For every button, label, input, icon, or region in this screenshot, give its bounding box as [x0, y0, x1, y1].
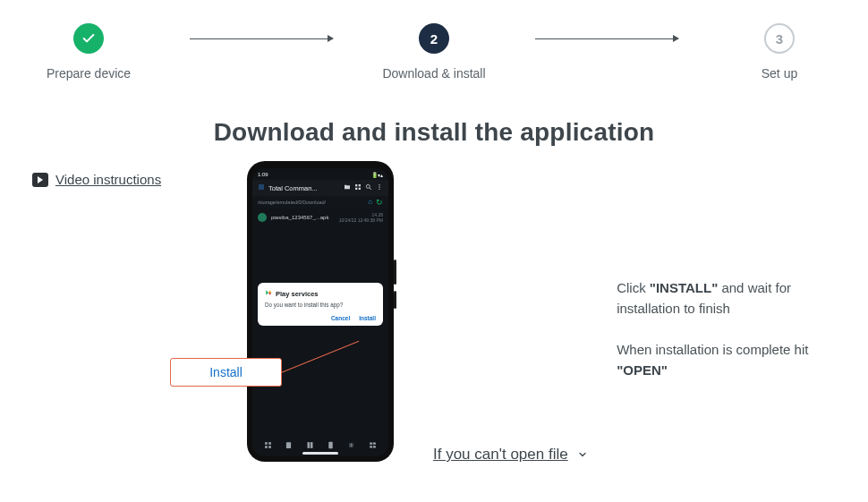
svg-rect-3	[355, 184, 357, 186]
chevron-down-icon	[577, 449, 588, 460]
file-name: ptestba_1234567_...apk	[271, 215, 328, 220]
phone-bottombar	[252, 441, 388, 449]
svg-rect-15	[268, 446, 271, 448]
grid-icon	[354, 183, 362, 192]
step-number: 3	[764, 23, 795, 54]
svg-rect-6	[359, 188, 361, 190]
current-path: /storage/emulated/0/Download/	[258, 200, 326, 205]
svg-rect-24	[373, 443, 376, 445]
search-icon	[365, 183, 372, 192]
instructions-text: Click "INSTALL" and wait for installatio…	[617, 277, 832, 380]
video-instructions-label: Video instructions	[55, 172, 161, 187]
step-label: Set up	[762, 66, 797, 81]
svg-point-7	[366, 184, 370, 188]
svg-rect-5	[355, 188, 357, 190]
play-services-icon	[265, 289, 272, 298]
svg-rect-16	[286, 442, 291, 448]
svg-rect-17	[307, 442, 310, 448]
cant-open-label: If you can't open file	[433, 446, 568, 464]
phone-status-icons: 🔋▾▴	[371, 172, 383, 178]
svg-rect-4	[359, 184, 361, 186]
more-icon	[376, 183, 383, 192]
arrow-icon	[535, 23, 678, 54]
svg-point-9	[379, 184, 379, 185]
page-title: Download and install the application	[0, 118, 868, 147]
cant-open-file-toggle[interactable]: If you can't open file	[433, 446, 588, 464]
phone-statusbar: 1:09 🔋▾▴	[252, 168, 388, 180]
step-set-up[interactable]: 3 Set up	[694, 23, 864, 81]
svg-rect-19	[328, 442, 333, 449]
play-icon	[32, 173, 48, 187]
dialog-title: Play services	[276, 290, 319, 298]
step-prepare-device[interactable]: Prepare device	[4, 23, 174, 81]
install-dialog: Play services Do you want to install thi…	[258, 283, 383, 326]
checkmark-icon	[73, 23, 104, 54]
phone-pathbar: /storage/emulated/0/Download/ ⌂ ↻	[252, 196, 388, 208]
svg-rect-13	[268, 442, 271, 445]
file-date: 10/24/22 12:49:38 PM	[339, 217, 383, 223]
app-title: Total Comman...	[268, 184, 318, 192]
svg-rect-14	[265, 446, 268, 448]
dialog-install-button: Install	[359, 315, 376, 321]
step-number: 2	[419, 23, 449, 54]
step-label: Download & install	[382, 66, 485, 81]
svg-rect-23	[370, 443, 372, 445]
phone-time: 1:09	[258, 172, 268, 178]
stepper: Prepare device 2 Download & install 3 Se…	[0, 0, 868, 81]
callout-label: Install	[209, 365, 243, 379]
dialog-cancel-button: Cancel	[331, 315, 350, 321]
hamburger-icon	[258, 183, 265, 192]
svg-point-10	[379, 186, 379, 187]
home-icon: ⌂	[368, 198, 372, 207]
folder-icon	[344, 183, 351, 192]
svg-line-8	[370, 188, 371, 190]
apk-icon	[258, 213, 267, 222]
phone-appbar: Total Comman...	[252, 180, 388, 196]
phone-mockup: 1:09 🔋▾▴ Total Comman... /storage/emulat…	[247, 161, 394, 462]
refresh-icon: ↻	[376, 198, 383, 207]
phone-file-row: ptestba_1234567_...apk 14.28 10/24/22 12…	[252, 208, 388, 226]
step-label: Prepare device	[47, 66, 131, 81]
svg-rect-26	[373, 446, 376, 447]
step-download-install[interactable]: 2 Download & install	[349, 23, 519, 81]
nav-pill	[302, 452, 338, 455]
svg-rect-12	[265, 442, 268, 445]
svg-rect-18	[311, 442, 313, 448]
dialog-body: Do you want to install this app?	[265, 302, 376, 308]
svg-point-11	[379, 189, 379, 190]
video-instructions-link[interactable]: Video instructions	[32, 172, 161, 187]
install-callout: Install	[170, 358, 282, 387]
content-area: Video instructions 1:09 🔋▾▴ Total Comman…	[0, 172, 868, 380]
arrow-icon	[190, 23, 333, 54]
svg-rect-25	[370, 446, 372, 447]
